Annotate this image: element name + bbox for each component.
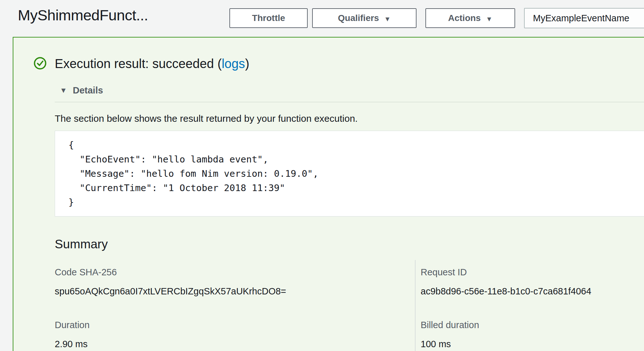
- billed-duration-value: 100 ms: [421, 339, 451, 349]
- execution-result-output-box: { "EchoEvent": "hello lambda event", "Me…: [55, 131, 644, 217]
- chevron-down-icon: ▼: [486, 16, 493, 22]
- execution-result-text: Execution result: succeeded (: [55, 57, 222, 71]
- test-event-select[interactable]: MyExampleEventName: [524, 8, 644, 28]
- actions-button-label: Actions: [448, 13, 481, 23]
- duration-label: Duration: [55, 320, 90, 330]
- success-check-circle-icon: [33, 57, 47, 70]
- request-id-label: Request ID: [421, 267, 467, 278]
- execution-result-panel: Execution result: succeeded (logs) ▼ Det…: [13, 37, 644, 351]
- logs-link[interactable]: logs: [222, 57, 245, 71]
- qualifiers-dropdown-button[interactable]: Qualifiers ▼: [312, 8, 416, 28]
- triangle-down-icon: ▼: [60, 87, 67, 94]
- execution-result-heading: Execution result: succeeded (logs): [55, 57, 249, 71]
- billed-duration-label: Billed duration: [421, 320, 479, 330]
- summary-column-divider: [415, 260, 416, 351]
- lambda-console-screen: MyShimmedFunct... Throttle Qualifiers ▼ …: [0, 0, 644, 351]
- execution-result-text-suffix: ): [245, 57, 249, 71]
- qualifiers-button-label: Qualifiers: [338, 13, 379, 23]
- result-description: The section below shows the result retur…: [55, 113, 358, 124]
- details-divider: [55, 102, 644, 102]
- code-sha-label: Code SHA-256: [55, 267, 117, 278]
- code-sha-value: spu65oAQkCgn6a0I7xtLVERCbIZgqSkX57aUKrhc…: [55, 286, 286, 297]
- function-name-title: MyShimmedFunct...: [18, 6, 148, 24]
- summary-heading: Summary: [55, 237, 108, 251]
- execution-result-json: { "EchoEvent": "hello lambda event", "Me…: [68, 138, 631, 210]
- details-expander-label: Details: [73, 85, 103, 96]
- chevron-down-icon: ▼: [384, 16, 391, 22]
- actions-dropdown-button[interactable]: Actions ▼: [425, 8, 515, 28]
- request-id-value: ac9b8d96-c56e-11e8-b1c0-c7ca681f4064: [421, 286, 591, 297]
- test-event-selected-value: MyExampleEventName: [533, 13, 629, 24]
- throttle-button[interactable]: Throttle: [229, 8, 308, 28]
- duration-value: 2.90 ms: [55, 339, 88, 349]
- details-expander[interactable]: ▼ Details: [60, 85, 103, 96]
- throttle-button-label: Throttle: [252, 13, 285, 23]
